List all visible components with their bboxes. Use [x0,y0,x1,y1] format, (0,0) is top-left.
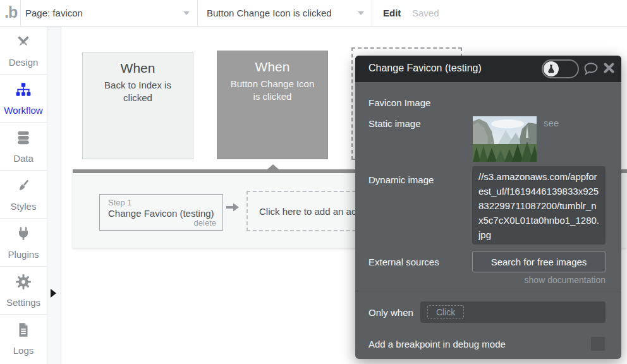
sidebar-item-plugins[interactable]: Plugins [0,219,47,267]
sidebar-item-settings[interactable]: Settings [0,267,47,315]
paintbrush-icon [15,178,32,197]
add-action-label: Click here to add an ac [259,206,356,217]
bubble-logo: .b [4,3,17,21]
test-mode-toggle[interactable] [542,59,579,78]
sidebar-item-label: Settings [6,297,40,308]
page-selector[interactable]: Page: favicon [25,8,83,18]
topbar-divider [197,0,198,27]
comment-icon[interactable] [583,62,599,78]
step-number: Step 1 [108,198,132,207]
event-card-subtitle: Back to Index is clicked [92,79,184,104]
chevron-down-icon[interactable] [358,11,364,15]
external-sources-label: External sources [368,257,439,267]
sidebar-item-label: Logs [13,345,34,356]
sidebar-item-logs[interactable]: Logs [0,315,47,363]
modal-header[interactable]: Change Favicon (testing) [355,56,621,82]
saved-status: Saved [412,8,439,18]
modal-divider [355,291,621,291]
only-when-placeholder: Click [427,305,464,319]
bubble-editor: .b Page: favicon Button Change Icon is c… [0,0,627,364]
left-sidebar: Design Workflow Data [0,27,47,364]
favicon-image-label: Favicon Image [368,97,430,108]
chevron-down-icon[interactable] [183,11,190,15]
close-icon[interactable] [603,62,615,76]
modal-title: Change Favicon (testing) [368,63,482,74]
top-bar: .b Page: favicon Button Change Icon is c… [0,0,627,27]
sidebar-item-label: Plugins [8,249,39,260]
edit-button[interactable]: Edit [383,8,401,18]
arrow-right-icon [226,202,239,215]
event-card-back-to-index[interactable]: When Back to Index is clicked [82,52,193,159]
database-icon [15,130,32,149]
only-when-input[interactable]: Click [420,301,606,323]
step-1-box[interactable]: Step 1 Change Favicon (testing) delete [99,194,223,231]
gear-icon [15,274,32,293]
sidebar-item-data[interactable]: Data [0,123,47,171]
collapsed-panel-strip [48,27,61,364]
event-card-title: When [217,59,327,75]
static-image-label: Static image [368,118,421,129]
sidebar-item-label: Workflow [4,105,42,116]
plug-icon [15,226,32,245]
show-documentation-link[interactable]: show documentation [525,275,606,285]
dynamic-image-input[interactable]: //s3.amazonaws.com/appforest_uf/f1619446… [472,166,606,245]
search-free-images-button[interactable]: Search for free images [472,251,606,272]
expand-panel-arrow-icon[interactable] [51,289,56,298]
flask-icon [544,61,559,76]
static-image-hint: see [544,118,559,128]
sidebar-item-label: Data [13,153,33,164]
sidebar-item-workflow[interactable]: Workflow [0,75,47,123]
dynamic-image-label: Dynamic image [368,174,434,185]
topbar-divider [372,0,372,27]
static-image-thumbnail[interactable] [473,116,537,162]
step-panel-caret-up [267,164,279,169]
breakpoint-checkbox[interactable] [591,337,605,351]
sidebar-item-label: Design [9,57,39,68]
step-delete-link[interactable]: delete [194,218,216,228]
only-when-label: Only when [368,307,413,318]
event-card-button-change-icon[interactable]: When Button Change Icon is clicked [217,51,328,159]
topbar-divider [20,0,21,27]
change-favicon-modal: Change Favicon (testing) Favicon Imag [355,56,621,359]
sidebar-item-design[interactable]: Design [0,27,47,75]
sidebar-item-styles[interactable]: Styles [0,171,47,219]
design-tools-icon [15,33,32,52]
sidebar-item-label: Styles [11,201,37,212]
event-selector[interactable]: Button Change Icon is clicked [207,8,332,18]
step-title: Change Favicon (testing) [108,208,214,219]
event-card-title: When [83,61,193,76]
document-icon [15,322,32,341]
event-card-subtitle: Button Change Icon is clicked [226,78,319,103]
breakpoint-label: Add a breakpoint in debug mode [368,339,506,349]
sitemap-icon [15,82,32,100]
